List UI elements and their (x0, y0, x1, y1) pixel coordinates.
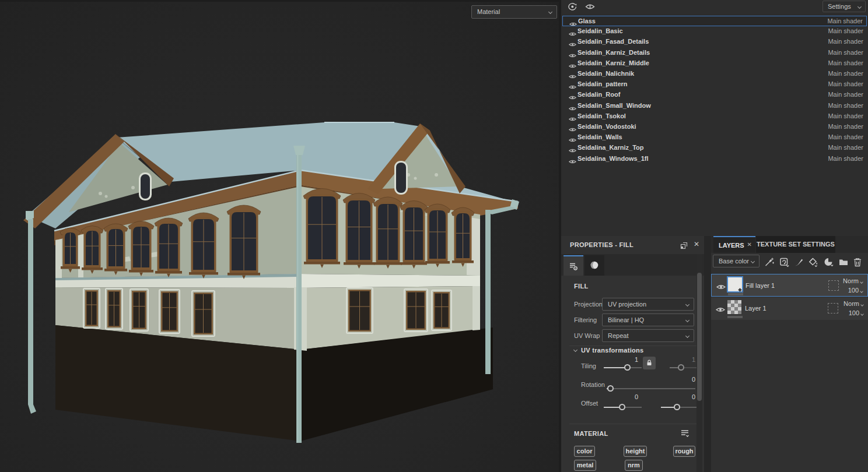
select-value: Repeat (608, 332, 628, 339)
scrollbar-thumb[interactable] (697, 273, 702, 401)
tiling-label: Tiling (581, 362, 596, 369)
add-fill-icon[interactable] (808, 257, 818, 267)
chevron-down-icon (548, 10, 552, 14)
texture-set-name: Seidalin_Basic (578, 27, 623, 34)
offset-x-value: 0 (626, 393, 638, 400)
filtering-select[interactable]: Bilinear | HQ (602, 314, 694, 326)
blend-mode-dropdown[interactable]: Norm (843, 277, 863, 284)
layer-thumbnail[interactable] (728, 277, 742, 291)
texture-set-row[interactable]: Seidalin_Karniz_MiddleMain shader (562, 58, 867, 69)
uv-transformations-title[interactable]: UV transformations (581, 347, 643, 354)
tab-properties[interactable] (564, 255, 583, 276)
eye-icon (716, 307, 725, 313)
texture-set-row[interactable]: Seidalin_TsokolMain shader (562, 111, 867, 122)
layers-tab-strip: LAYERS ✕ TEXTURE SET SETTINGS (711, 236, 868, 253)
list-gear-icon (568, 261, 579, 272)
texture-set-name: Seidalin_Fasad_Details (578, 38, 649, 45)
offset-y-slider[interactable] (661, 404, 698, 411)
channel-button-nrm[interactable]: nrm (625, 460, 643, 471)
material-options-icon[interactable] (680, 429, 690, 441)
texture-set-row[interactable]: Seidalin_patternMain shader (562, 79, 867, 90)
add-paint-layer-icon[interactable] (794, 257, 804, 267)
mask-placeholder-icon[interactable] (828, 280, 839, 291)
tiling-y-slider[interactable] (670, 364, 698, 371)
texture-set-name: Seidalina_Karniz_Top (578, 144, 644, 151)
chevron-down-icon (685, 318, 690, 322)
texture-set-row[interactable]: Seidalin_Fasad_DetailsMain shader (562, 37, 867, 47)
mask-placeholder-icon[interactable] (828, 303, 838, 314)
add-group-icon[interactable] (838, 257, 849, 267)
shader-label: Main shader (828, 133, 863, 140)
eye-icon (569, 106, 576, 111)
lock-icon[interactable] (643, 357, 656, 369)
shader-label: Main shader (827, 17, 863, 24)
channel-filter-label: Base color (719, 258, 749, 265)
opacity-value: 100 (849, 309, 859, 316)
blend-mode-dropdown[interactable]: Norm (844, 300, 863, 307)
properties-tab-strip (561, 254, 704, 276)
tiling-y-value: 1 (684, 356, 695, 363)
opacity-dropdown[interactable]: 100 (849, 309, 863, 316)
eye-icon (569, 127, 576, 132)
tab-material-preview[interactable] (584, 255, 604, 276)
channel-button-metal[interactable]: metal (574, 460, 596, 471)
layer-usage-bar (727, 316, 743, 318)
add-effect-icon[interactable] (764, 257, 775, 267)
texture-set-row[interactable]: GlassMain shader (562, 16, 867, 26)
layer-row[interactable]: Fill layer 1Norm100 (711, 274, 868, 297)
panel-divider[interactable] (704, 236, 711, 472)
channel-button-rough[interactable]: rough (673, 446, 695, 457)
layer-thumbnail[interactable] (727, 300, 741, 314)
collapse-chevron-icon[interactable] (573, 348, 578, 352)
texture-set-name: Seidalin_Small_Window (578, 102, 651, 109)
tab-texture-set-settings[interactable]: TEXTURE SET SETTINGS (756, 236, 835, 253)
add-fill-layer-icon[interactable] (779, 257, 790, 267)
chevron-down-icon (860, 280, 863, 284)
tab-layers[interactable]: LAYERS ✕ (713, 236, 755, 253)
uv-wrap-label: UV Wrap (574, 332, 600, 339)
properties-scrollbar[interactable] (696, 254, 702, 472)
texture-set-row[interactable]: Seidalin_Small_WindowMain shader (562, 101, 867, 111)
channel-filter-select[interactable]: Base color (713, 255, 760, 267)
toggle-all-visibility-icon[interactable] (567, 2, 578, 14)
texture-set-row[interactable]: Seidalina_Windows_1flMain shader (562, 154, 867, 164)
shader-label: Main shader (828, 155, 863, 162)
layer-row[interactable]: Layer 1Norm100 (711, 297, 868, 320)
layer-name: Layer 1 (745, 305, 766, 312)
visibility-eye-icon[interactable] (569, 156, 576, 167)
viewport-3d[interactable]: Material (0, 0, 559, 472)
texture-set-row[interactable]: Seidalin_RoofMain shader (562, 90, 867, 100)
solo-view-icon[interactable] (585, 2, 595, 13)
blend-mode-value: Norm (844, 300, 859, 307)
rotation-slider[interactable] (607, 385, 695, 392)
texture-set-row[interactable]: Seidalin_WallsMain shader (562, 132, 867, 143)
close-tab-icon[interactable]: ✕ (747, 241, 752, 248)
texture-set-row[interactable]: Seidalin_BasicMain shader (562, 26, 867, 37)
settings-label: Settings (828, 3, 851, 10)
texture-set-row[interactable]: Seidalina_Karniz_TopMain shader (562, 143, 867, 153)
texture-set-row[interactable]: Seidalin_VodostokiMain shader (562, 122, 867, 132)
offset-x-slider[interactable] (604, 404, 642, 411)
channel-button-color[interactable]: color (574, 446, 595, 457)
texture-set-name: Seidalin_Vodostoki (578, 123, 636, 130)
close-icon[interactable]: ✕ (694, 240, 699, 248)
undock-icon[interactable] (680, 241, 688, 252)
separator (569, 424, 696, 424)
layer-visibility-icon[interactable] (716, 282, 726, 293)
texture-set-row[interactable]: Seidalin_Karniz_DetailsMain shader (562, 48, 867, 58)
layer-visibility-icon[interactable] (716, 305, 725, 315)
texture-set-row[interactable]: Seidalin_NalichnikMain shader (562, 69, 867, 79)
viewport-display-mode-select[interactable]: Material (471, 5, 557, 19)
tiling-x-slider[interactable] (604, 364, 642, 371)
uv-wrap-select[interactable]: Repeat (602, 329, 694, 342)
shader-label: Main shader (828, 59, 863, 66)
projection-select[interactable]: UV projection (602, 298, 694, 311)
channel-button-height[interactable]: height (624, 446, 647, 457)
opacity-dropdown[interactable]: 100 (848, 287, 863, 294)
texture-set-settings-dropdown[interactable]: Settings (822, 1, 866, 12)
blend-mode-value: Norm (843, 277, 859, 284)
add-smart-material-icon[interactable] (823, 257, 834, 267)
delete-layer-icon[interactable] (853, 257, 863, 267)
properties-title: PROPERTIES - FILL (570, 241, 634, 248)
eye-icon (569, 53, 576, 58)
